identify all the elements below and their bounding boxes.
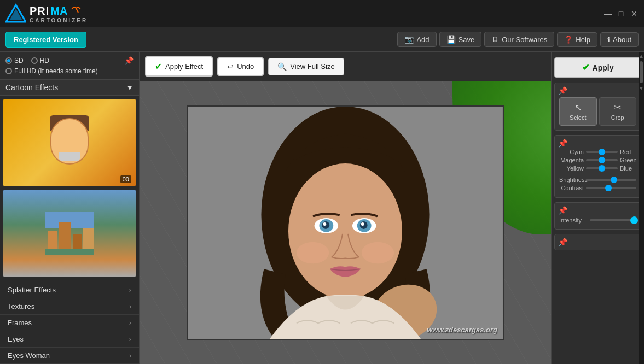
check-icon: ✔ bbox=[582, 62, 589, 73]
contrast-label: Contrast bbox=[559, 185, 584, 191]
menu-bar: Registered Version 📷 Add 💾 Save 🖥 Our So… bbox=[0, 27, 644, 52]
info-icon: ℹ bbox=[607, 36, 610, 44]
save-button[interactable]: 💾 Save bbox=[439, 32, 482, 47]
intensity-slider[interactable] bbox=[590, 219, 636, 221]
undo-icon: ↩ bbox=[227, 62, 234, 71]
intensity-row: Intensity bbox=[559, 216, 636, 225]
chevron-right-icon: › bbox=[129, 286, 131, 294]
thumbnails-list: 00 bbox=[0, 96, 139, 282]
thumbnail-item[interactable]: 00 bbox=[3, 99, 136, 186]
sidebar: SD HD 📌 Full HD (It needs some time) Car… bbox=[0, 52, 140, 364]
thumbnail-badge: 00 bbox=[120, 175, 131, 183]
view-full-size-button[interactable]: 🔍 View Full Size bbox=[268, 58, 344, 75]
tools-section: 📌 ↖ Select ✂ Crop bbox=[554, 83, 641, 131]
yellow-label: Yellow bbox=[559, 165, 584, 172]
yellow-slider[interactable] bbox=[586, 167, 618, 169]
fullhd-option[interactable]: Full HD (It needs some time) bbox=[5, 67, 98, 75]
scroll-thumb[interactable] bbox=[640, 61, 643, 83]
restore-button[interactable]: □ bbox=[617, 9, 625, 18]
add-icon: 📷 bbox=[404, 35, 414, 44]
color-section: 📌 Cyan Red Magenta Green bbox=[554, 135, 641, 198]
hd-option[interactable]: HD bbox=[31, 57, 49, 64]
select-tool-button[interactable]: ↖ Select bbox=[559, 97, 597, 126]
logo-icon bbox=[5, 3, 26, 24]
extra-section: 📌 bbox=[554, 234, 641, 250]
crop-icon: ✂ bbox=[614, 102, 621, 113]
sidebar-item-eyes[interactable]: Eyes › bbox=[0, 331, 139, 348]
add-button[interactable]: 📷 Add bbox=[397, 32, 436, 47]
brightness-slider-row: Brightness bbox=[559, 177, 636, 183]
sd-radio[interactable] bbox=[5, 57, 12, 64]
zoom-icon: 🔍 bbox=[277, 62, 287, 71]
hd-radio[interactable] bbox=[31, 57, 38, 64]
pin-icon: 📌 bbox=[558, 86, 567, 95]
contrast-slider[interactable] bbox=[586, 187, 636, 189]
pin-icon: 📌 bbox=[558, 206, 567, 215]
app-logo: PRIMA CARTOONIZER bbox=[5, 3, 88, 24]
help-button[interactable]: ❓ Help bbox=[557, 32, 597, 47]
chevron-right-icon: › bbox=[129, 319, 131, 327]
magenta-slider[interactable] bbox=[586, 159, 618, 161]
red-label: Red bbox=[620, 149, 636, 155]
logo-bird-icon bbox=[71, 4, 82, 15]
sidebar-item-eyes-woman[interactable]: Eyes Woman › bbox=[0, 348, 139, 364]
sidebar-item-splatter-effects[interactable]: Splatter Effects › bbox=[0, 282, 139, 298]
chevron-right-icon: › bbox=[129, 351, 131, 360]
chevron-right-icon: › bbox=[129, 302, 131, 310]
pin-icon[interactable]: 📌 bbox=[124, 56, 134, 65]
close-button[interactable]: ✕ bbox=[630, 9, 639, 18]
scroll-up-arrow[interactable]: ▲ bbox=[639, 53, 644, 59]
apply-section: ✔ Apply bbox=[554, 55, 641, 80]
scrollbar: ▲ ▼ bbox=[639, 52, 644, 364]
app-name-ma: MA bbox=[50, 5, 67, 17]
image-preview: www.zdescargas.org bbox=[187, 105, 504, 340]
window-controls: ― □ ✕ bbox=[604, 9, 639, 18]
thumbnail-item[interactable] bbox=[3, 190, 136, 277]
pin-icon: 📌 bbox=[558, 238, 567, 246]
apply-main-button[interactable]: ✔ Apply bbox=[554, 57, 641, 78]
woman-portrait-svg bbox=[188, 107, 503, 339]
svg-marker-1 bbox=[10, 9, 22, 20]
minimize-button[interactable]: ― bbox=[604, 9, 612, 18]
crop-tool-button[interactable]: ✂ Crop bbox=[599, 97, 637, 126]
right-panel: ✔ Apply 📌 ↖ Select ✂ Crop 📌 bbox=[551, 52, 644, 364]
apply-effect-button[interactable]: ✔ Apply Effect bbox=[145, 56, 213, 77]
toolbar: ✔ Apply Effect ↩ Undo 🔍 View Full Size bbox=[140, 52, 551, 81]
svg-point-14 bbox=[323, 222, 326, 226]
chevron-right-icon: › bbox=[129, 335, 131, 343]
our-softwares-button[interactable]: 🖥 Our Softwares bbox=[484, 32, 554, 47]
chevron-down-icon[interactable]: ▼ bbox=[126, 83, 134, 92]
sd-option[interactable]: SD bbox=[5, 57, 24, 64]
effects-header-label: Cartoon Effects bbox=[5, 83, 58, 92]
app-subtitle: CARTOONIZER bbox=[30, 17, 88, 24]
intensity-label: Intensity bbox=[559, 217, 587, 224]
sidebar-item-frames[interactable]: Frames › bbox=[0, 315, 139, 331]
cursor-icon: ↖ bbox=[575, 102, 582, 113]
title-bar: PRIMA CARTOONIZER ― □ ✕ bbox=[0, 0, 644, 27]
app-name-prima: PRI bbox=[30, 5, 49, 17]
quality-section: SD HD 📌 Full HD (It needs some time) bbox=[0, 52, 139, 80]
intensity-section: 📌 Intensity bbox=[554, 202, 641, 230]
softwares-icon: 🖥 bbox=[491, 35, 499, 44]
sidebar-item-textures[interactable]: Textures › bbox=[0, 298, 139, 315]
undo-button[interactable]: ↩ Undo bbox=[217, 57, 264, 76]
blue-label: Blue bbox=[620, 165, 636, 172]
registered-version-button[interactable]: Registered Version bbox=[5, 32, 86, 48]
submenu-list: Splatter Effects › Textures › Frames › E… bbox=[0, 282, 139, 364]
portrait-thumbnail[interactable] bbox=[3, 99, 136, 186]
cyan-red-slider-row: Cyan Red bbox=[559, 149, 636, 155]
about-button[interactable]: ℹ About bbox=[600, 32, 639, 47]
svg-point-6 bbox=[297, 242, 329, 263]
cyan-label: Cyan bbox=[559, 149, 584, 155]
fullhd-radio[interactable] bbox=[5, 68, 12, 74]
scroll-down-arrow[interactable]: ▼ bbox=[639, 85, 644, 91]
pin-icon: 📌 bbox=[558, 139, 567, 148]
brightness-slider[interactable] bbox=[586, 179, 636, 181]
yellow-blue-slider-row: Yellow Blue bbox=[559, 165, 636, 172]
svg-point-5 bbox=[288, 163, 402, 299]
city-thumbnail[interactable] bbox=[3, 190, 136, 277]
center-panel: ✔ Apply Effect ↩ Undo 🔍 View Full Size bbox=[140, 52, 551, 364]
main-layout: SD HD 📌 Full HD (It needs some time) Car… bbox=[0, 52, 644, 364]
effects-header[interactable]: Cartoon Effects ▼ bbox=[0, 80, 139, 96]
cyan-slider[interactable] bbox=[586, 151, 618, 153]
